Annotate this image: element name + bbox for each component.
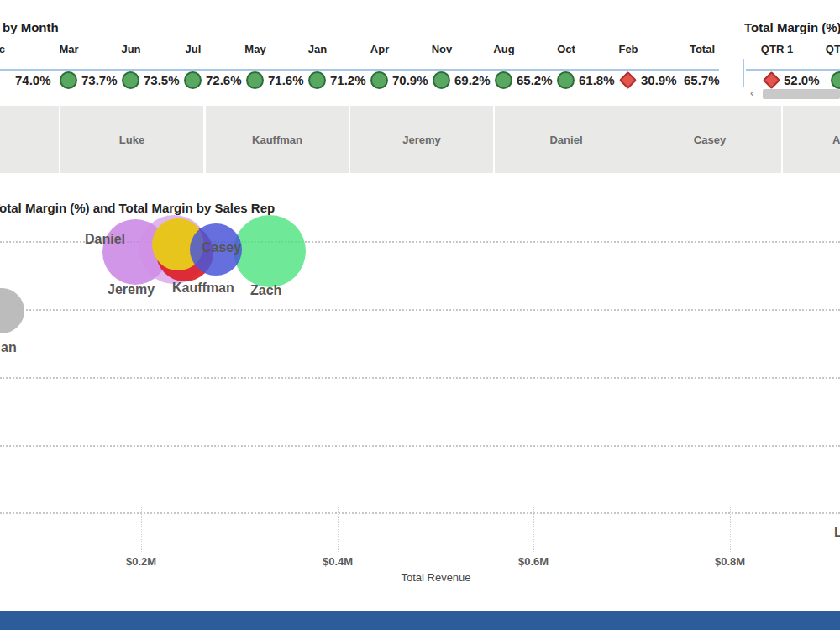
x-tick-label: $0.2M: [112, 555, 171, 568]
x-axis-title: Total Revenue: [381, 571, 491, 584]
bottom-app-bar[interactable]: [0, 611, 840, 630]
x-tick-label: $0.8M: [701, 555, 759, 568]
x-tick-label: $0.4M: [308, 555, 367, 568]
x-tick-label: $0.6M: [504, 555, 563, 568]
